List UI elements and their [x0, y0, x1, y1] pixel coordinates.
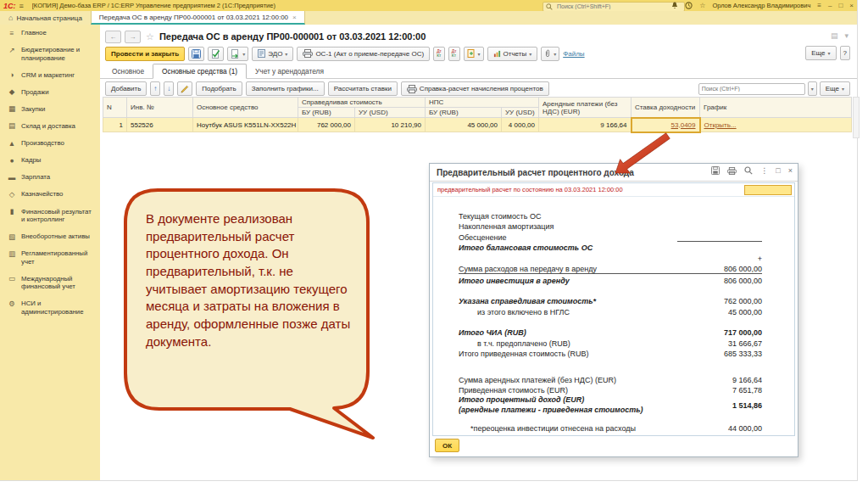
- close-icon[interactable]: ×: [788, 166, 793, 175]
- save-button[interactable]: [188, 47, 204, 61]
- cell-nps-bu[interactable]: 45 000,00: [426, 118, 502, 132]
- form-panel-icon[interactable]: ▤: [831, 31, 838, 40]
- sidebar-item-purchases[interactable]: ▦Закупки: [0, 101, 100, 118]
- cell-asset[interactable]: Ноутбук ASUS K551LN-XX522H И...: [193, 118, 298, 132]
- selected-cell-highlight[interactable]: [744, 185, 792, 195]
- save-icon[interactable]: [711, 166, 720, 175]
- form-collapse-icon[interactable]: ▾: [844, 31, 849, 40]
- sidebar-item-treasury[interactable]: ◇Казначейство: [0, 186, 100, 203]
- dtkt-icon: ДтКт: [452, 49, 457, 58]
- sidebar-item-production[interactable]: ▲Производство: [0, 135, 100, 152]
- dtkt-ifrs-postings-button[interactable]: ДтКт: [448, 47, 460, 61]
- col-header-rate[interactable]: Ставка доходности: [632, 98, 700, 118]
- add-row-button[interactable]: Добавить: [105, 81, 147, 96]
- table-scrollbar[interactable]: [853, 97, 860, 138]
- more-button[interactable]: Еще▾: [805, 46, 836, 60]
- col-header-asset[interactable]: Основное средство: [193, 98, 298, 118]
- fill-schedules-button[interactable]: Заполнить графики...: [246, 81, 325, 96]
- col-header-schedule[interactable]: График: [700, 98, 852, 118]
- sidebar-item-finresult[interactable]: ▮Финансовый результат и контроллинг: [0, 204, 100, 228]
- print-os1-button[interactable]: ОС-1 (Акт о приеме-передаче ОС): [297, 47, 430, 61]
- sidebar-item-hr[interactable]: ●Кадры: [0, 152, 100, 169]
- tab-main[interactable]: Основное: [103, 64, 153, 78]
- col-header-payments[interactable]: Арендные платежи (без НДС) (EUR): [539, 98, 632, 118]
- cell-nps-uu[interactable]: 4 000,00: [502, 118, 539, 132]
- tab-lessor-accounting[interactable]: Учет у арендодателя: [247, 64, 332, 78]
- reports-button[interactable]: Отчеты ▾: [487, 47, 538, 61]
- current-user[interactable]: Орлов Александр Владимирович: [712, 2, 810, 9]
- sidebar-item-main[interactable]: ≡Главное: [0, 25, 100, 42]
- table-row[interactable]: 1 552526 Ноутбук ASUS K551LN-XX522H И...…: [103, 118, 852, 132]
- search-options-button[interactable]: ▾: [808, 81, 817, 96]
- more-icon[interactable]: ⋮: [760, 166, 768, 175]
- col-header-fair-bu[interactable]: БУ (RUB): [298, 108, 355, 118]
- col-header-nps-uu[interactable]: УУ (USD): [502, 108, 539, 118]
- create-linked-button[interactable]: ▾: [227, 47, 248, 61]
- create-based-on-button[interactable]: ▾: [464, 47, 484, 61]
- back-button[interactable]: ←: [105, 31, 121, 43]
- main-menu-icon[interactable]: ≡: [19, 2, 24, 10]
- cell-fair-uu[interactable]: 10 210,90: [355, 118, 426, 132]
- table-search-input[interactable]: [698, 83, 805, 95]
- col-header-inv[interactable]: Инв. №: [127, 98, 193, 118]
- cell-rate-highlighted[interactable]: 53,0409: [632, 118, 700, 132]
- calculate-rates-button[interactable]: Рассчитать ставки: [328, 81, 398, 96]
- sidebar-item-payroll[interactable]: ▬Зарплата: [0, 169, 100, 186]
- sidebar-item-ifrs[interactable]: ▭Международный финансовый учет: [0, 271, 100, 295]
- tab-fixed-assets[interactable]: Основные средства (1): [153, 64, 247, 79]
- post-and-close-button[interactable]: Провести и закрыть: [105, 47, 185, 61]
- tab-close-icon[interactable]: ×: [292, 14, 297, 21]
- table-more-button[interactable]: Еще▾: [820, 81, 850, 96]
- tab-document[interactable]: Передача ОС в аренду ПР00-000001 от 03.0…: [91, 11, 305, 25]
- move-up-button[interactable]: ↑: [150, 81, 160, 96]
- col-header-nps-bu[interactable]: БУ (RUB): [426, 108, 502, 118]
- cell-fair-bu[interactable]: 762 000,00: [298, 118, 355, 132]
- sidebar-item-nsi-admin[interactable]: ⚙НСИ и администрирование: [0, 295, 100, 320]
- sidebar-item-noncurrent-assets[interactable]: ▧Внеоборотные активы: [0, 228, 100, 245]
- global-search-box[interactable]: [542, 2, 685, 12]
- close-icon[interactable]: ×: [849, 3, 854, 9]
- favorite-star-icon[interactable]: ☆: [146, 31, 154, 42]
- interest-reference-button[interactable]: Справка-расчет начисления процентов: [401, 81, 549, 96]
- sidebar-item-sales[interactable]: ◆Продажи: [0, 84, 100, 101]
- favorites-star-icon[interactable]: ☆: [699, 3, 705, 9]
- move-down-button[interactable]: ↓: [164, 81, 174, 96]
- help-button[interactable]: ?: [840, 46, 850, 60]
- calculate-rates-label: Рассчитать ставки: [334, 85, 392, 92]
- print-icon[interactable]: [727, 167, 737, 175]
- col-header-n[interactable]: N: [103, 98, 127, 118]
- sidebar-item-regulated-accounting[interactable]: ▥Регламентированный учет: [0, 245, 100, 270]
- maximize-icon[interactable]: □: [776, 166, 780, 175]
- tab-home-page[interactable]: ⌂ Начальная страница: [0, 11, 91, 25]
- col-header-nps[interactable]: НПС: [426, 98, 539, 108]
- cell-inv[interactable]: 552526: [127, 118, 193, 132]
- dtkt-postings-button[interactable]: ДтКт: [433, 47, 445, 61]
- sidebar-item-budgeting[interactable]: ↗Бюджетирование и планирование: [0, 42, 100, 66]
- preview-icon[interactable]: [744, 166, 753, 175]
- history-clock-icon[interactable]: [685, 2, 693, 9]
- maximize-icon[interactable]: □: [838, 3, 843, 9]
- open-schedule-link[interactable]: Открыть...: [704, 121, 737, 129]
- sidebar-item-warehouse[interactable]: ▤Склад и доставка: [0, 118, 100, 135]
- col-header-fair-value[interactable]: Справедливая стоимость: [298, 98, 426, 108]
- global-search-input[interactable]: [555, 3, 669, 10]
- report-row: Накопленная амортизация: [459, 221, 762, 232]
- notifications-bell-icon[interactable]: [671, 2, 678, 9]
- cell-schedule[interactable]: Открыть...: [700, 118, 852, 132]
- cell-n[interactable]: 1: [103, 118, 127, 132]
- main-menu-icon: ≡: [8, 29, 16, 38]
- pick-button[interactable]: Подобрать: [196, 81, 242, 96]
- ok-button[interactable]: ОК: [435, 439, 459, 452]
- forward-button[interactable]: →: [125, 31, 141, 43]
- attachments-button[interactable]: ▾: [541, 47, 559, 61]
- post-button[interactable]: [208, 47, 224, 61]
- edit-button[interactable]: [177, 81, 192, 96]
- service-menu-icon[interactable]: ≡: [817, 3, 821, 9]
- cell-payments[interactable]: 9 166,64: [539, 118, 632, 132]
- rate-link[interactable]: 53,0409: [671, 121, 696, 129]
- minimize-icon[interactable]: –: [828, 3, 832, 9]
- sidebar-item-crm[interactable]: ◑CRM и маркетинг: [0, 67, 100, 84]
- edo-button[interactable]: ЭДО ▾: [252, 47, 293, 61]
- col-header-fair-uu[interactable]: УУ (USD): [355, 108, 426, 118]
- files-link[interactable]: Файлы: [563, 50, 584, 58]
